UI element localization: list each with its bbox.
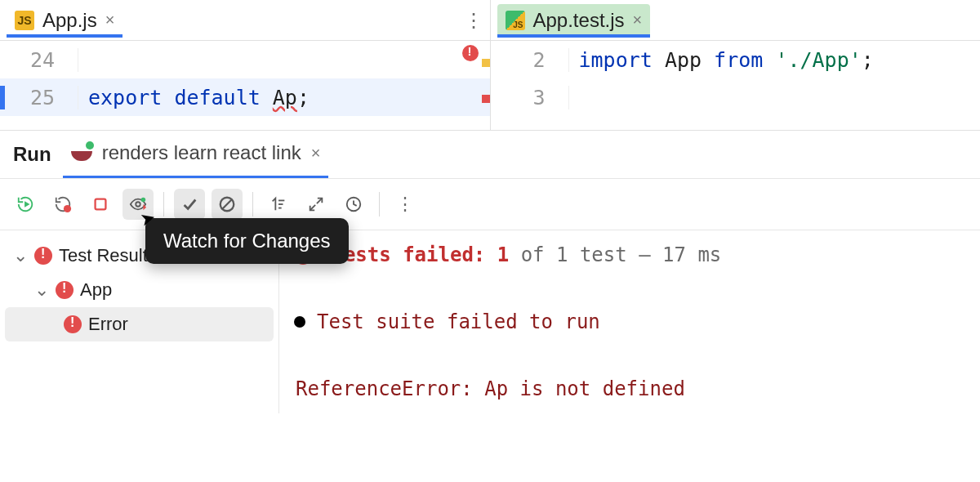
close-icon[interactable]: × xyxy=(311,144,321,163)
svg-line-12 xyxy=(317,199,322,203)
code-text: export default Ap; xyxy=(78,86,310,109)
close-icon[interactable]: × xyxy=(633,11,643,29)
code-area-left[interactable]: 24 25 export default Ap; xyxy=(0,41,490,130)
code-text: import App from './App'; xyxy=(569,48,874,72)
stop-button[interactable] xyxy=(85,189,116,220)
sort-button[interactable] xyxy=(263,189,294,220)
tab-row-left: JS App.js × ⋮ xyxy=(0,0,490,41)
error-stripe[interactable] xyxy=(482,41,490,130)
code-line: 2 import App from './App'; xyxy=(491,41,981,78)
svg-marker-0 xyxy=(24,201,29,207)
svg-line-7 xyxy=(223,200,232,209)
tab-overflow-icon[interactable]: ⋮ xyxy=(464,9,483,32)
close-icon[interactable]: × xyxy=(105,11,115,29)
expand-all-button[interactable] xyxy=(301,189,332,220)
chevron-down-icon[interactable]: ⌄ xyxy=(13,245,28,266)
line-number: 24 xyxy=(0,48,78,72)
test-console[interactable]: Tests failed: 1 of 1 test – 17 ms Test s… xyxy=(279,230,980,413)
editor-left: JS App.js × ⋮ 24 25 export default Ap; xyxy=(0,0,490,130)
test-summary: Tests failed: 1 of 1 test – 17 ms xyxy=(294,243,965,266)
code-line: 24 xyxy=(0,41,490,78)
separator xyxy=(379,192,380,216)
stack-trace: ReferenceError: Ap is not defined xyxy=(294,377,965,400)
line-number: 25 xyxy=(0,86,78,109)
tests-total: of 1 test – 17 ms xyxy=(521,243,722,266)
show-ignored-button[interactable] xyxy=(212,189,243,220)
failed-count: 1 xyxy=(497,243,509,266)
tree-label: App xyxy=(80,279,112,301)
error-icon xyxy=(34,247,52,265)
run-config-label: renders learn react link xyxy=(102,141,301,164)
chevron-down-icon[interactable]: ⌄ xyxy=(34,279,49,301)
js-file-icon: JS xyxy=(15,11,34,30)
rerun-button[interactable] xyxy=(10,189,41,220)
run-title: Run xyxy=(13,143,51,166)
editor-split: JS App.js × ⋮ 24 25 export default Ap; xyxy=(0,0,980,131)
line-number: 2 xyxy=(491,48,569,72)
run-config-tab[interactable]: renders learn react link × xyxy=(71,141,321,167)
rerun-failed-button[interactable] xyxy=(47,189,78,220)
show-passed-button[interactable] xyxy=(174,189,205,220)
editor-right: App.test.js × 2 import App from './App';… xyxy=(490,0,981,130)
tab-row-right: App.test.js × xyxy=(491,0,981,41)
svg-point-3 xyxy=(136,202,140,207)
run-tool-window: Run renders learn react link × xyxy=(0,131,980,413)
tree-label: Error xyxy=(88,314,128,335)
tree-label: Test Results xyxy=(59,245,157,266)
history-button[interactable] xyxy=(338,189,369,220)
code-line: 3 xyxy=(491,78,981,116)
tab-app-test-js[interactable]: App.test.js × xyxy=(497,4,651,37)
cursor-icon: ➤ xyxy=(138,207,158,231)
jest-icon xyxy=(71,145,92,161)
separator xyxy=(252,192,253,216)
more-actions-button[interactable]: ⋮ xyxy=(390,189,421,220)
code-line: 25 export default Ap; xyxy=(0,78,490,116)
svg-line-11 xyxy=(310,205,315,210)
suite-failed-line: Test suite failed to run xyxy=(294,310,965,333)
tree-leaf[interactable]: Error xyxy=(5,307,274,341)
tooltip: Watch for Changes xyxy=(145,218,349,264)
jest-file-icon xyxy=(506,11,525,30)
error-icon xyxy=(56,281,74,299)
error-badge-icon[interactable] xyxy=(462,45,479,61)
error-icon xyxy=(64,315,82,333)
run-tab-row: Run renders learn react link × xyxy=(0,131,980,178)
tests-failed-label: Tests failed: xyxy=(332,243,485,266)
svg-point-4 xyxy=(141,198,146,203)
svg-rect-2 xyxy=(96,199,106,210)
tab-app-js[interactable]: JS App.js × xyxy=(7,4,122,37)
svg-point-1 xyxy=(64,205,71,212)
line-number: 3 xyxy=(491,86,569,109)
run-toolbar: ⋮ ➤ Watch for Changes xyxy=(0,178,980,230)
separator xyxy=(163,192,164,216)
tab-label: App.test.js xyxy=(533,9,625,32)
tab-label: App.js xyxy=(42,9,97,32)
tree-node[interactable]: ⌄ App xyxy=(5,273,274,307)
code-area-right[interactable]: 2 import App from './App'; 3 xyxy=(491,41,981,130)
